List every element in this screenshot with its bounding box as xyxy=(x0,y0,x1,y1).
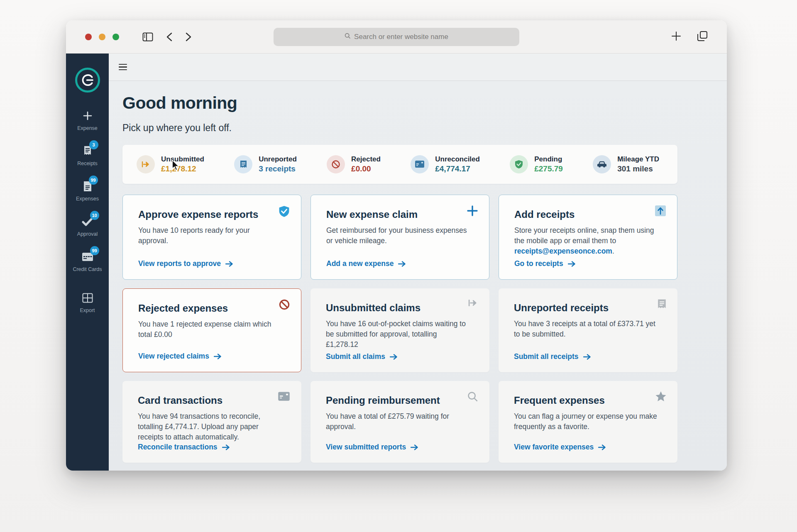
arrow-right-icon xyxy=(583,354,591,360)
stat-item-unsubmitted[interactable]: Unsubmitted £1,278.12 xyxy=(137,155,204,174)
card-link-label: View reports to approve xyxy=(138,259,221,268)
app-logo[interactable] xyxy=(75,68,100,93)
forward-button[interactable] xyxy=(186,32,191,41)
shield-check-icon xyxy=(279,205,290,219)
card-rejected-expenses[interactable]: Rejected expenses You have 1 rejected ex… xyxy=(122,288,301,372)
arrow-right-icon xyxy=(214,354,221,359)
card-link-label: Reconcile transactions xyxy=(138,443,218,451)
card-title: Unsubmitted claims xyxy=(326,302,477,314)
card-body-text: Store your receipts online, snap them us… xyxy=(514,226,654,245)
card-title: Approve expense reports xyxy=(138,209,288,220)
card-pending-reimbursement[interactable]: Pending reimbursement You have a total o… xyxy=(310,381,489,463)
expenses-badge: 99 xyxy=(89,176,98,185)
page-background: { "browser": { "search_placeholder": "Se… xyxy=(0,0,797,532)
stat-label: Mileage YTD xyxy=(617,155,659,164)
card-body: You have 3 receipts at a total of £373.7… xyxy=(514,319,665,339)
sidebar-item-label: Credit Cards xyxy=(73,266,102,272)
dashboard-content: Good morning Pick up where you left off.… xyxy=(109,81,727,471)
expenseonce-logo-icon xyxy=(81,73,95,87)
submit-all-claims-link[interactable]: Submit all claims xyxy=(326,352,477,361)
credit-card-icon: 99 xyxy=(82,250,93,264)
card-frequent-expenses[interactable]: Frequent expenses You can flag a journey… xyxy=(499,381,677,463)
arrow-right-icon xyxy=(225,261,233,267)
card-title: Add receipts xyxy=(514,209,665,220)
stat-item-unreconciled[interactable]: Unreconciled £4,774.17 xyxy=(411,155,480,174)
card-unsubmitted-claims[interactable]: Unsubmitted claims You have 16 out-of-po… xyxy=(310,288,489,372)
arrow-right-icon xyxy=(411,444,418,450)
view-submitted-reports-link[interactable]: View submitted reports xyxy=(326,443,477,451)
add-a-new-expense-link[interactable]: Add a new expense xyxy=(326,259,477,268)
sidebar-item-label: Receipts xyxy=(77,161,98,166)
stat-item-unreported[interactable]: Unreported 3 receipts xyxy=(234,155,297,174)
page-title: Good morning xyxy=(122,93,727,113)
submit-all-receipts-link[interactable]: Submit all receipts xyxy=(514,352,665,361)
plus-icon xyxy=(467,205,478,218)
zoom-window-button[interactable] xyxy=(112,34,119,40)
card-body: Store your receipts online, snap them us… xyxy=(514,225,665,256)
card-add-receipts[interactable]: Add receipts Store your receipts online,… xyxy=(499,195,677,280)
card-link-label: View submitted reports xyxy=(326,443,406,451)
card-title: New expense claim xyxy=(326,209,477,220)
arrow-right-icon xyxy=(222,444,230,450)
card-title: Unreported receipts xyxy=(514,302,665,314)
receipts-email-link[interactable]: receipts@expenseonce.com xyxy=(514,247,612,255)
card-title: Rejected expenses xyxy=(138,303,288,314)
browser-chrome: Search or enter website name xyxy=(66,20,727,54)
address-bar[interactable]: Search or enter website name xyxy=(274,28,519,46)
search-icon xyxy=(345,33,351,41)
card-title: Frequent expenses xyxy=(514,395,665,406)
go-to-receipts-link[interactable]: Go to receipts xyxy=(514,259,665,268)
minimize-window-button[interactable] xyxy=(99,34,105,40)
card-link-label: Go to receipts xyxy=(514,259,563,268)
card-body: You have 10 reports ready for your appro… xyxy=(138,225,288,246)
traffic-lights xyxy=(85,34,119,40)
arrow-right-icon xyxy=(568,261,575,267)
stats-bar: Unsubmitted £1,278.12 Unreported 3 recei… xyxy=(122,145,677,184)
card-card-transactions[interactable]: Card transactions You have 94 transactio… xyxy=(122,381,301,463)
plus-icon xyxy=(83,109,93,122)
page-subtitle: Pick up where you left off. xyxy=(122,122,727,134)
upload-icon xyxy=(655,205,666,218)
car-icon xyxy=(593,155,611,173)
card-body: You have 94 transactions to reconcile, t… xyxy=(138,411,289,442)
stat-value: 301 miles xyxy=(617,164,659,174)
view-rejected-claims-link[interactable]: View rejected claims xyxy=(138,352,288,361)
sidebar-item-receipts[interactable]: 3 Receipts xyxy=(66,143,109,169)
stat-value: £0.00 xyxy=(351,164,381,174)
menu-button[interactable] xyxy=(119,64,127,71)
card-new-expense-claim[interactable]: New expense claim Get reimbursed for you… xyxy=(310,195,489,280)
close-window-button[interactable] xyxy=(85,34,92,40)
reconcile-transactions-link[interactable]: Reconcile transactions xyxy=(138,443,289,451)
stat-item-rejected[interactable]: Rejected £0.00 xyxy=(327,155,381,174)
sidebar-item-label: Expense xyxy=(77,125,98,131)
sidebar-item-export[interactable]: Export xyxy=(66,290,109,316)
tab-overview-button[interactable] xyxy=(697,31,708,43)
sidebar-toggle-icon[interactable] xyxy=(142,32,153,41)
stat-item-mileage[interactable]: Mileage YTD 301 miles xyxy=(593,155,659,174)
card-body: You can flag a journey or expense you ma… xyxy=(514,411,665,432)
view-reports-to-approve-link[interactable]: View reports to approve xyxy=(138,259,288,268)
sidebar-item-expense[interactable]: Expense xyxy=(66,107,109,134)
card-link-label: Add a new expense xyxy=(326,259,394,268)
stat-item-pending[interactable]: Pending £275.79 xyxy=(510,155,563,174)
sidebar-item-label: Export xyxy=(80,307,95,313)
sidebar-item-credit-cards[interactable]: 99 Credit Cards xyxy=(66,249,109,275)
card-unreported-receipts[interactable]: Unreported receipts You have 3 receipts … xyxy=(499,288,677,372)
card-body: You have 16 out-of-pocket claims waiting… xyxy=(326,319,477,350)
stat-label: Pending xyxy=(534,155,563,164)
app-topbar xyxy=(109,54,727,81)
card-link-label: View favorite expenses xyxy=(514,443,594,451)
card-approve-expense-reports[interactable]: Approve expense reports You have 10 repo… xyxy=(122,195,301,280)
arrow-right-icon xyxy=(390,354,397,360)
arrow-right-icon xyxy=(598,444,606,450)
grid-icon xyxy=(82,291,93,305)
card-title: Card transactions xyxy=(138,395,289,406)
back-button[interactable] xyxy=(166,32,172,41)
stat-value: £1,278.12 xyxy=(161,164,204,174)
view-favorite-expenses-link[interactable]: View favorite expenses xyxy=(514,443,665,451)
sidebar-item-approval[interactable]: 10 Approval xyxy=(66,213,109,239)
sidebar-item-expenses[interactable]: 99 Expenses xyxy=(66,178,109,204)
star-icon xyxy=(655,391,666,403)
cards-grid: Approve expense reports You have 10 repo… xyxy=(122,195,677,463)
new-tab-button[interactable] xyxy=(671,31,681,43)
